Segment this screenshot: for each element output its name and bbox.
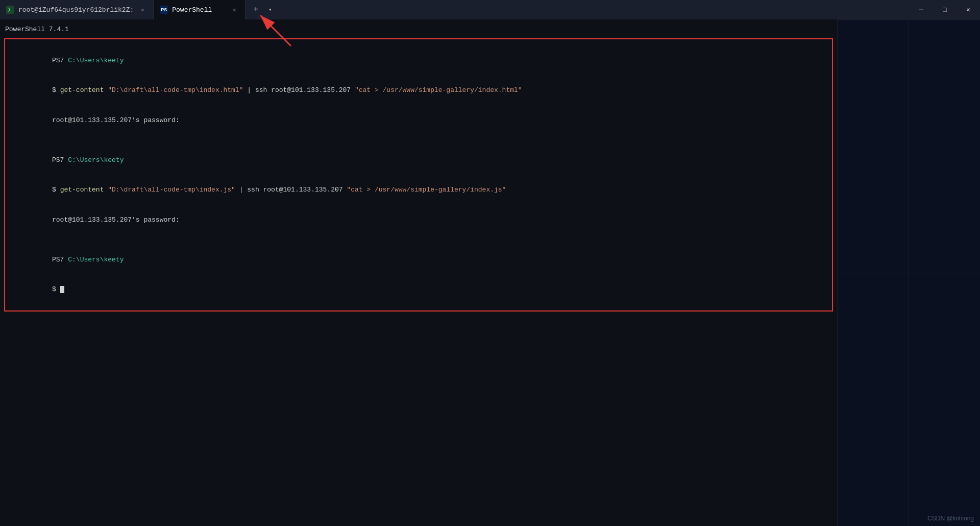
powershell-icon: PS <box>160 6 168 14</box>
csdn-watermark: CSDN @linhiong <box>927 515 974 522</box>
terminal-line-cmd-2: $ get-content "D:\draft\all-code-tmp\ind… <box>12 175 825 205</box>
terminal-window: ❯_ root@iZuf64qus9iyr612brlik2Z: ✕ PS Po… <box>0 0 980 526</box>
right-panels <box>837 19 980 526</box>
terminal-line-prompt-1: PS7 C:\Users\keety <box>12 45 825 76</box>
right-panel-cell-3 <box>837 273 909 526</box>
close-button[interactable]: ✕ <box>957 0 980 19</box>
right-panel-row-bottom <box>837 273 980 526</box>
minimize-button[interactable]: ─ <box>910 0 933 19</box>
terminal-content-box[interactable]: PS7 C:\Users\keety $ get-content "D:\dra… <box>4 38 833 312</box>
right-panel-cell-4 <box>909 273 980 526</box>
tab-powershell-label: PowerShell <box>172 6 212 14</box>
terminal-line-prompt-2: PS7 C:\Users\keety <box>12 145 825 175</box>
tab-ssh-close[interactable]: ✕ <box>138 5 147 14</box>
terminal-line-prompt-3: PS7 C:\Users\keety <box>12 245 825 275</box>
tab-ssh[interactable]: ❯_ root@iZuf64qus9iyr612brlik2Z: ✕ <box>0 0 154 19</box>
maximize-button[interactable]: □ <box>933 0 957 19</box>
title-bar: ❯_ root@iZuf64qus9iyr612brlik2Z: ✕ PS Po… <box>0 0 980 19</box>
right-panel-cell-1 <box>837 19 909 273</box>
content-area: PowerShell 7.4.1 PS7 C:\Users\keety $ ge… <box>0 19 980 526</box>
new-tab-button[interactable]: + <box>248 2 264 18</box>
tab-powershell[interactable]: PS PowerShell ✕ <box>154 0 246 19</box>
tab-powershell-close[interactable]: ✕ <box>230 5 239 14</box>
tab-dropdown-button[interactable]: ▾ <box>264 2 276 18</box>
tab-actions: + ▾ <box>248 2 276 18</box>
terminal-cursor <box>60 286 64 293</box>
terminal-blank-2 <box>12 235 825 245</box>
terminal-blank-1 <box>12 135 825 146</box>
terminal-line-cursor: $ <box>12 275 825 305</box>
terminal-line-output-1: root@101.133.135.207's password: <box>12 105 825 135</box>
right-panel-cell-2 <box>909 19 980 273</box>
terminal-line-cmd-1: $ get-content "D:\draft\all-code-tmp\ind… <box>12 76 825 106</box>
ssh-icon: ❯_ <box>6 6 14 14</box>
ps-version-label: PowerShell 7.4.1 <box>0 23 837 37</box>
right-panel-row-top <box>837 19 980 273</box>
terminal-panel[interactable]: PowerShell 7.4.1 PS7 C:\Users\keety $ ge… <box>0 19 837 526</box>
window-controls: ─ □ ✕ <box>910 0 980 19</box>
tab-ssh-label: root@iZuf64qus9iyr612brlik2Z: <box>18 6 134 14</box>
terminal-line-output-2: root@101.133.135.207's password: <box>12 205 825 235</box>
